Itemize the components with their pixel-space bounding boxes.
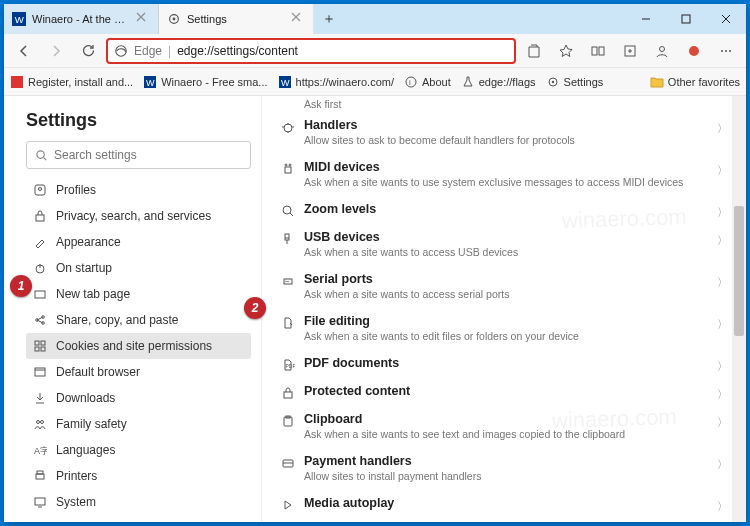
bookmark-item[interactable]: edge://flags — [461, 75, 536, 89]
nav-downloads[interactable]: Downloads — [26, 385, 251, 411]
svg-rect-6 — [592, 47, 597, 55]
nav-profiles[interactable]: Profiles — [26, 177, 251, 203]
browser-icon — [32, 364, 48, 380]
svg-point-13 — [729, 50, 731, 52]
nav-label: Profiles — [56, 183, 96, 197]
permission-icon — [280, 497, 296, 513]
scrollbar-thumb[interactable] — [734, 206, 744, 336]
permission-desc: Allow sites to ask to become default han… — [304, 134, 728, 146]
nav-reset[interactable]: Reset settings — [26, 515, 251, 522]
nav-privacy[interactable]: Privacy, search, and services — [26, 203, 251, 229]
bookmark-item[interactable]: WWinaero - Free sma... — [143, 75, 267, 89]
maximize-button[interactable] — [666, 4, 706, 34]
svg-point-47 — [289, 164, 291, 166]
address-bar[interactable]: Edge | edge://settings/content — [106, 38, 516, 64]
share-icon — [32, 312, 48, 328]
svg-rect-32 — [35, 341, 39, 345]
bookmark-label: About — [422, 76, 451, 88]
close-icon[interactable] — [291, 12, 305, 26]
nav-appearance[interactable]: Appearance — [26, 229, 251, 255]
close-window-button[interactable] — [706, 4, 746, 34]
cutoff-text: Ask first — [270, 96, 738, 110]
permission-pdf-documents[interactable]: PDFPDF documents〉 — [270, 348, 738, 376]
nav-cookies[interactable]: Cookies and site permissions — [26, 333, 251, 359]
chevron-right-icon: 〉 — [717, 233, 728, 248]
refresh-button[interactable] — [74, 37, 102, 65]
nav-system[interactable]: System — [26, 489, 251, 515]
printer-icon — [32, 468, 48, 484]
svg-point-12 — [725, 50, 727, 52]
read-aloud-button[interactable] — [520, 37, 548, 65]
svg-point-48 — [283, 206, 291, 214]
tab-winaero[interactable]: W Winaero - At the edge of tweaki — [4, 4, 159, 34]
svg-point-19 — [406, 77, 416, 87]
permission-midi-devices[interactable]: MIDI devicesAsk when a site wants to use… — [270, 152, 738, 194]
permission-file-editing[interactable]: File editingAsk when a site wants to edi… — [270, 306, 738, 348]
scrollbar[interactable] — [732, 96, 746, 522]
close-icon[interactable] — [136, 12, 150, 26]
tab-settings[interactable]: Settings — [159, 4, 314, 34]
profile-button[interactable] — [648, 37, 676, 65]
search-settings-input[interactable]: Search settings — [26, 141, 251, 169]
bookmark-item[interactable]: Register, install and... — [10, 75, 133, 89]
new-tab-button[interactable]: ＋ — [314, 4, 344, 34]
nav-share[interactable]: Share, copy, and paste — [26, 307, 251, 333]
bookmark-item[interactable]: Whttps://winaero.com/ — [278, 75, 394, 89]
content-area: Settings Search settings Profiles Privac… — [4, 96, 746, 522]
other-favorites[interactable]: Other favorites — [650, 76, 740, 88]
permission-icon — [280, 203, 296, 219]
system-icon — [32, 494, 48, 510]
permission-zoom-levels[interactable]: Zoom levels〉 — [270, 194, 738, 222]
bookmark-item[interactable]: Settings — [546, 75, 604, 89]
nav-label: New tab page — [56, 287, 130, 301]
collections-button[interactable] — [616, 37, 644, 65]
nav-label: Privacy, search, and services — [56, 209, 211, 223]
power-icon — [32, 260, 48, 276]
permission-media-autoplay[interactable]: Media autoplay〉 — [270, 488, 738, 516]
edge-icon — [114, 44, 128, 58]
svg-rect-41 — [37, 471, 43, 474]
nav-languages[interactable]: A字Languages — [26, 437, 251, 463]
permission-serial-ports[interactable]: Serial portsAsk when a site wants to acc… — [270, 264, 738, 306]
chevron-right-icon: 〉 — [717, 457, 728, 472]
tab-icon — [32, 286, 48, 302]
permission-insecure-content[interactable]: Insecure contentInsecure content is bloc… — [270, 516, 738, 522]
settings-sidebar: Settings Search settings Profiles Privac… — [4, 96, 262, 522]
minimize-button[interactable] — [626, 4, 666, 34]
permission-payment-handlers[interactable]: Payment handlersAllow sites to install p… — [270, 446, 738, 488]
bookmark-label: Other favorites — [668, 76, 740, 88]
permission-desc: Ask when a site wants to edit files or f… — [304, 330, 728, 342]
permission-title: Payment handlers — [304, 454, 728, 468]
permission-usb-devices[interactable]: USB devicesAsk when a site wants to acce… — [270, 222, 738, 264]
svg-point-46 — [285, 164, 287, 166]
permission-title: Serial ports — [304, 272, 728, 286]
nav-startup[interactable]: On startup — [26, 255, 251, 281]
permission-icon — [280, 315, 296, 331]
forward-button[interactable] — [42, 37, 70, 65]
svg-rect-26 — [36, 215, 44, 221]
nav-printers[interactable]: Printers — [26, 463, 251, 489]
nav-family[interactable]: Family safety — [26, 411, 251, 437]
favorites-bar-button[interactable] — [584, 37, 612, 65]
svg-rect-4 — [682, 15, 690, 23]
favorite-button[interactable] — [552, 37, 580, 65]
permission-desc: Ask when a site wants to access serial p… — [304, 288, 728, 300]
bookmark-item[interactable]: iAbout — [404, 75, 451, 89]
annotation-1: 1 — [10, 275, 32, 297]
menu-button[interactable] — [712, 37, 740, 65]
nav-newtab[interactable]: New tab page — [26, 281, 251, 307]
permission-title: File editing — [304, 314, 728, 328]
permission-icon — [280, 385, 296, 401]
permission-clipboard[interactable]: ClipboardAsk when a site wants to see te… — [270, 404, 738, 446]
chevron-right-icon: 〉 — [717, 359, 728, 374]
extension-button[interactable] — [680, 37, 708, 65]
bookmark-icon: W — [278, 75, 292, 89]
permission-icon — [280, 273, 296, 289]
permission-protected-content[interactable]: Protected content〉 — [270, 376, 738, 404]
permission-handlers[interactable]: HandlersAllow sites to ask to become def… — [270, 110, 738, 152]
tab-label: Settings — [187, 13, 285, 25]
permission-title: MIDI devices — [304, 160, 728, 174]
back-button[interactable] — [10, 37, 38, 65]
settings-nav: Profiles Privacy, search, and services A… — [26, 177, 251, 522]
nav-default-browser[interactable]: Default browser — [26, 359, 251, 385]
